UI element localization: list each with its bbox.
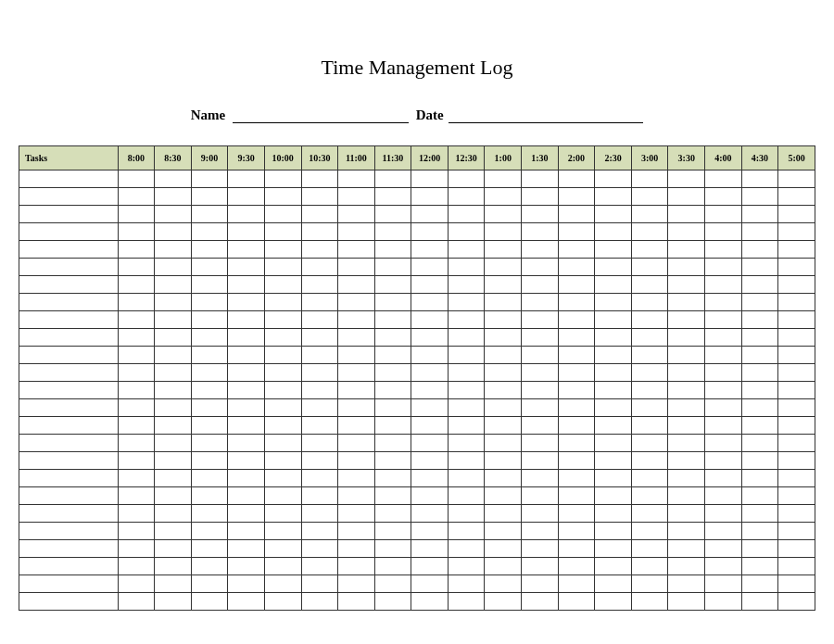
time-cell[interactable] [595,223,632,241]
time-cell[interactable] [705,470,742,487]
time-cell[interactable] [668,170,705,188]
time-cell[interactable] [668,487,705,505]
time-cell[interactable] [448,206,485,223]
time-cell[interactable] [374,347,411,364]
time-cell[interactable] [448,170,485,188]
date-input-line[interactable] [449,110,643,123]
time-cell[interactable] [778,399,815,417]
time-cell[interactable] [228,540,265,558]
time-cell[interactable] [264,223,301,241]
time-cell[interactable] [631,470,668,487]
time-cell[interactable] [485,170,522,188]
time-cell[interactable] [118,311,155,329]
time-cell[interactable] [485,575,522,593]
time-cell[interactable] [411,259,449,276]
time-cell[interactable] [631,259,668,276]
time-cell[interactable] [631,382,668,399]
time-cell[interactable] [264,206,301,223]
time-cell[interactable] [558,241,595,259]
time-cell[interactable] [595,435,632,452]
time-cell[interactable] [741,276,778,294]
time-cell[interactable] [301,417,338,435]
time-cell[interactable] [631,399,668,417]
time-cell[interactable] [448,435,485,452]
time-cell[interactable] [191,452,228,470]
time-cell[interactable] [228,435,265,452]
time-cell[interactable] [448,223,485,241]
time-cell[interactable] [264,347,301,364]
time-cell[interactable] [118,294,155,311]
time-cell[interactable] [338,259,375,276]
time-cell[interactable] [705,294,742,311]
time-cell[interactable] [155,276,192,294]
time-cell[interactable] [374,329,411,347]
time-cell[interactable] [228,329,265,347]
time-cell[interactable] [374,470,411,487]
time-cell[interactable] [411,364,449,382]
time-cell[interactable] [338,294,375,311]
time-cell[interactable] [522,505,559,523]
time-cell[interactable] [448,417,485,435]
time-cell[interactable] [558,223,595,241]
time-cell[interactable] [411,188,449,206]
time-cell[interactable] [191,170,228,188]
time-cell[interactable] [778,364,815,382]
time-cell[interactable] [228,470,265,487]
time-cell[interactable] [338,382,375,399]
time-cell[interactable] [668,452,705,470]
time-cell[interactable] [522,399,559,417]
time-cell[interactable] [741,206,778,223]
time-cell[interactable] [522,276,559,294]
time-cell[interactable] [374,417,411,435]
task-cell[interactable] [19,276,119,294]
time-cell[interactable] [228,311,265,329]
time-cell[interactable] [155,188,192,206]
time-cell[interactable] [522,487,559,505]
time-cell[interactable] [338,170,375,188]
time-cell[interactable] [411,294,449,311]
time-cell[interactable] [448,487,485,505]
time-cell[interactable] [411,558,449,575]
time-cell[interactable] [228,364,265,382]
time-cell[interactable] [338,452,375,470]
time-cell[interactable] [631,347,668,364]
time-cell[interactable] [705,223,742,241]
time-cell[interactable] [374,364,411,382]
time-cell[interactable] [338,435,375,452]
time-cell[interactable] [191,435,228,452]
time-cell[interactable] [741,558,778,575]
time-cell[interactable] [301,294,338,311]
time-cell[interactable] [705,347,742,364]
time-cell[interactable] [522,311,559,329]
time-cell[interactable] [485,452,522,470]
time-cell[interactable] [228,276,265,294]
time-cell[interactable] [558,259,595,276]
time-cell[interactable] [301,399,338,417]
time-cell[interactable] [264,364,301,382]
time-cell[interactable] [374,452,411,470]
time-cell[interactable] [485,206,522,223]
time-cell[interactable] [374,487,411,505]
time-cell[interactable] [448,558,485,575]
time-cell[interactable] [228,188,265,206]
time-cell[interactable] [448,575,485,593]
time-cell[interactable] [595,329,632,347]
time-cell[interactable] [338,575,375,593]
time-cell[interactable] [338,523,375,540]
time-cell[interactable] [741,259,778,276]
time-cell[interactable] [374,435,411,452]
time-cell[interactable] [118,452,155,470]
time-cell[interactable] [338,329,375,347]
time-cell[interactable] [522,188,559,206]
time-cell[interactable] [595,276,632,294]
time-cell[interactable] [595,206,632,223]
time-cell[interactable] [338,241,375,259]
time-cell[interactable] [264,188,301,206]
time-cell[interactable] [558,276,595,294]
time-cell[interactable] [118,223,155,241]
time-cell[interactable] [778,382,815,399]
time-cell[interactable] [118,523,155,540]
time-cell[interactable] [778,294,815,311]
time-cell[interactable] [522,259,559,276]
time-cell[interactable] [118,575,155,593]
